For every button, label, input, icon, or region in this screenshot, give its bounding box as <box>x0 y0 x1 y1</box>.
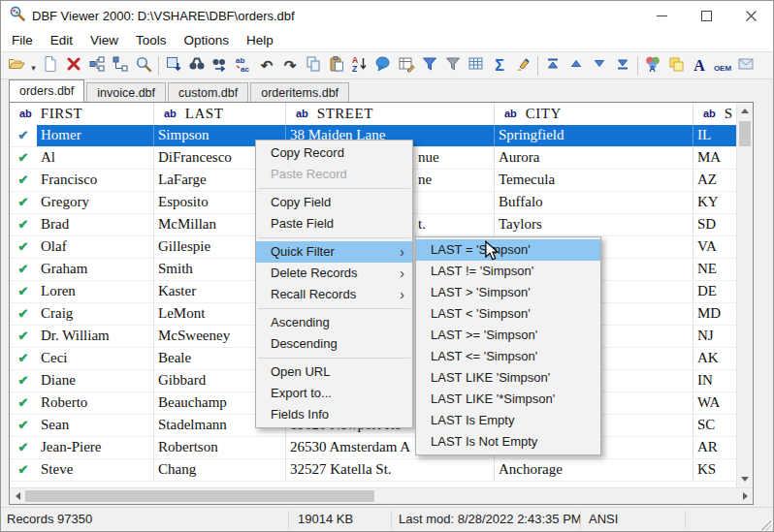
context-menu-item-copy-field[interactable]: Copy Field <box>256 192 412 213</box>
export-button[interactable] <box>734 54 758 78</box>
cell-city[interactable]: Anchorage <box>495 459 693 481</box>
scroll-up-button[interactable] <box>737 103 753 119</box>
delete-record-button[interactable] <box>62 54 85 78</box>
cell-last[interactable]: Robertson <box>154 437 286 458</box>
scroll-right-button[interactable] <box>737 488 753 504</box>
quick-filter-option[interactable]: LAST != 'Simpson' <box>416 261 600 282</box>
column-header-first[interactable]: abFIRST <box>10 103 154 124</box>
menu-file[interactable]: File <box>3 30 42 51</box>
horizontal-scrollbar[interactable] <box>10 487 753 504</box>
maximize-button[interactable] <box>684 1 728 30</box>
oem-button[interactable]: OEM <box>711 54 734 78</box>
tab-orderitems-dbf[interactable]: orderitems.dbf <box>250 82 349 102</box>
context-menu-item-delete-records[interactable]: Delete Records› <box>256 263 412 284</box>
cell-first[interactable]: Ceci <box>37 348 154 369</box>
cell-first[interactable]: Craig <box>37 303 154 325</box>
sum-button[interactable]: Σ <box>488 54 511 78</box>
menu-tools[interactable]: Tools <box>127 30 176 51</box>
copy-record-button[interactable] <box>302 54 325 78</box>
cell-state[interactable]: AK <box>693 348 737 369</box>
quick-filter-option[interactable]: LAST Is Empty <box>416 410 600 431</box>
goto-record-button[interactable] <box>162 54 185 78</box>
cell-first[interactable]: Steve <box>37 459 154 481</box>
cell-state[interactable]: NE <box>693 259 737 280</box>
find-button[interactable] <box>185 54 209 78</box>
table-row[interactable]: ✔SteveChang32527 Katella St.AnchorageKS <box>10 459 737 482</box>
cell-last[interactable]: Chang <box>154 459 286 481</box>
context-menu-item-descending[interactable]: Descending <box>256 333 412 355</box>
cell-city[interactable]: Buffalo <box>495 192 693 213</box>
context-menu-item-quick-filter[interactable]: Quick Filter› <box>256 241 412 263</box>
cell-state[interactable]: MD <box>693 303 737 325</box>
cell-state[interactable]: NJ <box>693 326 737 347</box>
cell-first[interactable]: Al <box>37 147 154 169</box>
colors-button[interactable]: A <box>641 54 664 78</box>
menu-options[interactable]: Options <box>176 30 239 51</box>
quick-filter-option[interactable]: LAST < 'Simpson' <box>416 303 600 325</box>
quick-filter-option[interactable]: LAST >= 'Simpson' <box>416 325 600 346</box>
scroll-down-button[interactable] <box>737 471 753 487</box>
cell-city[interactable]: Springfield <box>495 125 693 146</box>
caret-down-button[interactable]: ▾ <box>28 54 39 78</box>
vertical-scrollbar[interactable] <box>736 103 753 487</box>
cell-state[interactable]: AZ <box>693 170 737 191</box>
cell-state[interactable]: VA <box>693 236 737 258</box>
zoom-search-button[interactable] <box>132 54 155 78</box>
quick-filter-option[interactable]: LAST LIKE 'Simpson' <box>416 367 600 389</box>
comment-button[interactable] <box>371 54 395 78</box>
cell-city[interactable]: Aurora <box>495 147 693 169</box>
cell-first[interactable]: Jean-Piere <box>37 437 154 458</box>
tab-custom-dbf[interactable]: custom.dbf <box>168 82 248 102</box>
close-button[interactable] <box>728 1 773 30</box>
cell-state[interactable]: AR <box>693 437 737 458</box>
paste-record-button[interactable] <box>325 54 348 78</box>
nav-prev-button[interactable] <box>564 54 588 78</box>
cell-first[interactable]: Dr. William <box>37 326 154 347</box>
context-menu-item-fields-info[interactable]: Fields Info <box>256 404 412 425</box>
column-header-s[interactable]: abS <box>693 103 737 124</box>
new-file-button[interactable] <box>39 54 62 78</box>
context-menu-item-paste-field[interactable]: Paste Field <box>256 213 412 235</box>
quick-filter-option[interactable]: LAST <= 'Simpson' <box>416 346 600 367</box>
quick-filter-option[interactable]: LAST Is Not Empty <box>416 431 600 453</box>
cell-state[interactable]: SC <box>693 415 737 436</box>
scroll-left-button[interactable] <box>10 488 25 504</box>
menu-help[interactable]: Help <box>238 30 282 51</box>
cell-first[interactable]: Roberto <box>37 392 154 414</box>
context-menu-item-paste-record[interactable]: Paste Record <box>256 164 412 185</box>
nav-first-button[interactable] <box>541 54 564 78</box>
highlight-button[interactable] <box>664 54 688 78</box>
cell-state[interactable]: DE <box>693 281 737 302</box>
vertical-scroll-thumb[interactable] <box>739 121 751 146</box>
nav-last-button[interactable] <box>611 54 634 78</box>
open-folder-button[interactable] <box>5 54 28 78</box>
cell-first[interactable]: Graham <box>37 259 154 280</box>
minimize-button[interactable] <box>639 1 684 30</box>
table-row[interactable]: ✔Jean-PiereRobertson26530 Amsterdam AAR <box>10 437 737 459</box>
brush-button[interactable] <box>511 54 534 78</box>
cell-first[interactable]: Olaf <box>37 236 154 258</box>
context-menu-item-open-url[interactable]: Open URL <box>256 361 412 383</box>
cell-first[interactable]: Brad <box>37 214 154 235</box>
context-menu-item-export-to[interactable]: Export to... <box>256 383 412 404</box>
context-menu-item-copy-record[interactable]: Copy Record <box>256 142 412 164</box>
tab-invoice-dbf[interactable]: invoice.dbf <box>86 82 166 102</box>
sort-az-button[interactable]: AZ <box>348 54 371 78</box>
cell-street[interactable]: 32527 Katella St. <box>286 459 495 481</box>
find-next-button[interactable] <box>209 54 232 78</box>
cell-state[interactable]: WA <box>693 392 737 414</box>
redo-button[interactable]: ↷ <box>278 54 302 78</box>
nav-next-button[interactable] <box>588 54 611 78</box>
horizontal-scroll-thumb[interactable] <box>25 490 374 502</box>
quick-filter-option[interactable]: LAST LIKE '*Simpson' <box>416 389 600 410</box>
grid-view-button[interactable] <box>465 54 488 78</box>
column-header-street[interactable]: abSTREET <box>286 103 495 124</box>
cell-city[interactable]: Temecula <box>495 170 693 191</box>
menu-edit[interactable]: Edit <box>42 30 81 51</box>
cell-first[interactable]: Diane <box>37 370 154 391</box>
cell-first[interactable]: Gregory <box>37 192 154 213</box>
column-header-city[interactable]: abCITY <box>495 103 693 124</box>
cell-state[interactable]: KS <box>693 459 737 481</box>
menu-view[interactable]: View <box>81 30 127 51</box>
tab-orders-dbf[interactable]: orders.dbf <box>9 79 84 102</box>
